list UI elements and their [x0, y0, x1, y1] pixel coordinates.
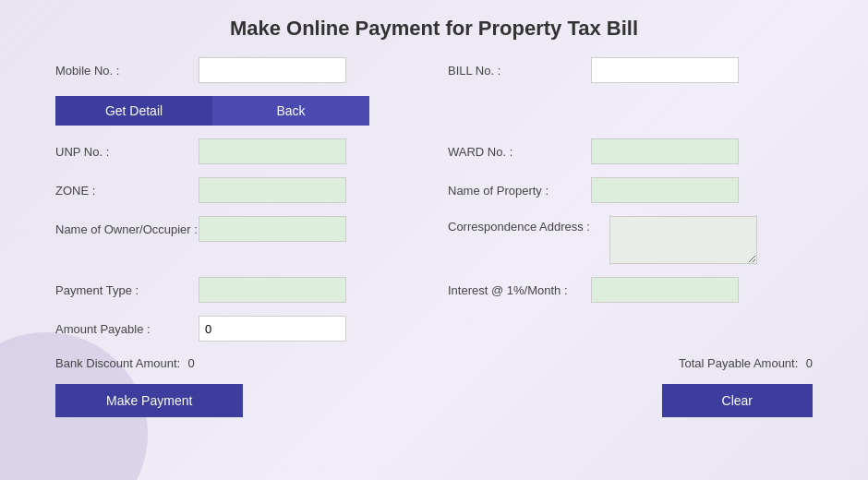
interest-group: Interest @ 1%/Month : [448, 277, 813, 303]
payment-type-input[interactable] [199, 277, 346, 303]
name-of-property-group: Name of Property : [448, 177, 813, 203]
owner-group: Name of Owner/Occupier : [55, 216, 420, 242]
bill-no-label: BILL No. : [448, 64, 591, 78]
total-payable-group: Total Payable Amount: 0 [679, 354, 813, 371]
amount-payable-group: Amount Payable : 0 [55, 316, 813, 342]
clear-button[interactable]: Clear [662, 384, 813, 417]
payment-type-group: Payment Type : [55, 277, 420, 303]
total-payable-value: 0 [806, 356, 813, 370]
discount-total-row: Bank Discount Amount: 0 Total Payable Am… [55, 354, 813, 371]
zone-input[interactable] [199, 177, 346, 203]
amount-payable-label: Amount Payable : [55, 322, 199, 336]
bottom-buttons-row: Make Payment Clear [55, 384, 813, 417]
unp-no-group: UNP No. : [55, 138, 420, 164]
mobile-no-group: Mobile No. : [55, 57, 420, 83]
unp-no-input[interactable] [199, 138, 346, 164]
ward-no-label: WARD No. : [448, 145, 591, 159]
ward-no-input[interactable] [591, 138, 739, 164]
zone-label: ZONE : [55, 184, 199, 198]
payment-type-label: Payment Type : [55, 283, 199, 297]
bank-discount-label: Bank Discount Amount: [55, 356, 180, 370]
payment-interest-row: Payment Type : Interest @ 1%/Month : [55, 277, 813, 303]
bill-no-input[interactable] [591, 57, 739, 83]
mobile-no-label: Mobile No. : [55, 64, 199, 78]
zone-group: ZONE : [55, 177, 420, 203]
action-buttons-row: Get Detail Back [55, 96, 369, 126]
bank-discount-value: 0 [188, 356, 195, 370]
back-button[interactable]: Back [212, 96, 369, 126]
page-title: Make Online Payment for Property Tax Bil… [55, 17, 813, 41]
mobile-bill-row: Mobile No. : BILL No. : [55, 57, 813, 83]
bank-discount-group: Bank Discount Amount: 0 [55, 354, 195, 371]
make-payment-button[interactable]: Make Payment [55, 384, 243, 417]
total-payable-label: Total Payable Amount: [679, 356, 798, 370]
mobile-no-input[interactable] [199, 57, 346, 83]
name-of-property-input[interactable] [591, 177, 739, 203]
name-of-property-label: Name of Property : [448, 184, 591, 198]
owner-address-row: Name of Owner/Occupier : Correspondence … [55, 216, 813, 264]
address-textarea[interactable] [609, 216, 757, 264]
amount-payable-input[interactable]: 0 [199, 316, 346, 342]
interest-input[interactable] [591, 277, 739, 303]
main-container: Make Online Payment for Property Tax Bil… [0, 0, 868, 426]
amount-payable-row: Amount Payable : 0 [55, 316, 813, 342]
owner-label: Name of Owner/Occupier : [55, 222, 199, 236]
interest-label: Interest @ 1%/Month : [448, 283, 591, 297]
address-group: Correspondence Address : [448, 216, 813, 264]
zone-property-row: ZONE : Name of Property : [55, 177, 813, 203]
address-label: Correspondence Address : [448, 216, 609, 234]
get-detail-button[interactable]: Get Detail [55, 96, 212, 126]
ward-no-group: WARD No. : [448, 138, 813, 164]
bill-no-group: BILL No. : [448, 57, 813, 83]
owner-input[interactable] [199, 216, 346, 242]
unp-ward-row: UNP No. : WARD No. : [55, 138, 813, 164]
unp-no-label: UNP No. : [55, 145, 199, 159]
